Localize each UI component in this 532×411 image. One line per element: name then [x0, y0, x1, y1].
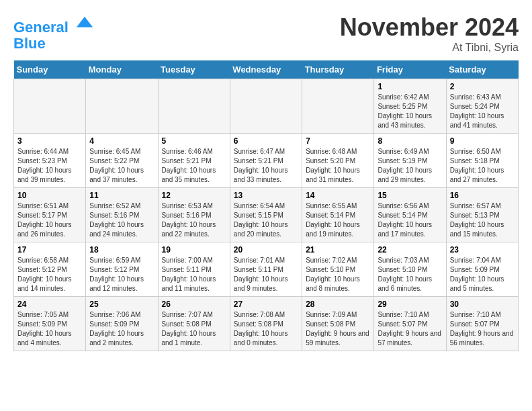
- day-number: 11: [89, 191, 154, 200]
- day-number: 21: [306, 245, 370, 255]
- day-info: Sunrise: 7:02 AMSunset: 5:10 PMDaylight:…: [306, 256, 370, 293]
- day-info: Sunrise: 6:43 AMSunset: 5:24 PMDaylight:…: [450, 93, 515, 130]
- day-number: 27: [234, 300, 298, 309]
- day-number: 20: [234, 245, 298, 255]
- day-number: 5: [162, 136, 226, 146]
- day-info: Sunrise: 6:54 AMSunset: 5:15 PMDaylight:…: [234, 201, 298, 239]
- day-info: Sunrise: 7:06 AMSunset: 5:09 PMDaylight:…: [89, 310, 154, 348]
- day-number: 2: [450, 82, 515, 91]
- day-info: Sunrise: 6:56 AMSunset: 5:14 PMDaylight:…: [378, 201, 442, 239]
- day-cell: 21Sunrise: 7:02 AMSunset: 5:10 PMDayligh…: [302, 242, 374, 297]
- day-cell: 23Sunrise: 7:04 AMSunset: 5:09 PMDayligh…: [446, 242, 518, 297]
- logo: General Blue: [13, 13, 94, 52]
- day-number: 23: [450, 245, 515, 255]
- day-number: 12: [162, 191, 226, 200]
- col-header-friday: Friday: [374, 60, 446, 79]
- day-cell: 28Sunrise: 7:09 AMSunset: 5:08 PMDayligh…: [302, 297, 374, 351]
- day-cell: 9Sunrise: 6:50 AMSunset: 5:18 PMDaylight…: [446, 134, 518, 188]
- day-cell: [14, 79, 86, 134]
- day-cell: 25Sunrise: 7:06 AMSunset: 5:09 PMDayligh…: [86, 297, 158, 351]
- week-row-2: 3Sunrise: 6:44 AMSunset: 5:23 PMDaylight…: [14, 134, 519, 188]
- logo-general: General: [13, 19, 69, 36]
- day-cell: 27Sunrise: 7:08 AMSunset: 5:08 PMDayligh…: [230, 297, 302, 351]
- week-row-5: 24Sunrise: 7:05 AMSunset: 5:09 PMDayligh…: [14, 297, 519, 351]
- day-cell: 22Sunrise: 7:03 AMSunset: 5:10 PMDayligh…: [374, 242, 446, 297]
- day-info: Sunrise: 7:03 AMSunset: 5:10 PMDaylight:…: [378, 256, 442, 293]
- day-cell: 20Sunrise: 7:01 AMSunset: 5:11 PMDayligh…: [230, 242, 302, 297]
- day-number: 4: [89, 136, 154, 146]
- day-info: Sunrise: 7:04 AMSunset: 5:09 PMDaylight:…: [450, 256, 515, 293]
- day-cell: 4Sunrise: 6:45 AMSunset: 5:22 PMDaylight…: [86, 134, 158, 188]
- day-number: 19: [162, 245, 226, 255]
- day-info: Sunrise: 7:10 AMSunset: 5:07 PMDaylight:…: [378, 310, 442, 348]
- day-info: Sunrise: 6:50 AMSunset: 5:18 PMDaylight:…: [450, 147, 515, 185]
- col-header-thursday: Thursday: [302, 60, 374, 79]
- day-number: 30: [450, 300, 515, 309]
- day-info: Sunrise: 6:51 AMSunset: 5:17 PMDaylight:…: [17, 201, 82, 239]
- day-info: Sunrise: 6:48 AMSunset: 5:20 PMDaylight:…: [306, 147, 370, 185]
- day-info: Sunrise: 7:01 AMSunset: 5:11 PMDaylight:…: [234, 256, 298, 293]
- day-number: 6: [234, 136, 298, 146]
- day-info: Sunrise: 7:07 AMSunset: 5:08 PMDaylight:…: [162, 310, 226, 348]
- day-cell: [158, 79, 230, 134]
- title-block: November 2024 At Tibni, Syria: [340, 13, 519, 54]
- day-number: 28: [306, 300, 370, 309]
- day-number: 9: [450, 136, 515, 146]
- col-header-tuesday: Tuesday: [158, 60, 230, 79]
- day-cell: [230, 79, 302, 134]
- day-info: Sunrise: 6:58 AMSunset: 5:12 PMDaylight:…: [17, 256, 82, 293]
- day-cell: 12Sunrise: 6:53 AMSunset: 5:16 PMDayligh…: [158, 188, 230, 242]
- day-info: Sunrise: 6:47 AMSunset: 5:21 PMDaylight:…: [234, 147, 298, 185]
- day-number: 24: [17, 300, 82, 309]
- week-row-3: 10Sunrise: 6:51 AMSunset: 5:17 PMDayligh…: [14, 188, 519, 242]
- day-info: Sunrise: 6:49 AMSunset: 5:19 PMDaylight:…: [378, 147, 442, 185]
- logo-icon: [75, 13, 94, 32]
- day-info: Sunrise: 6:42 AMSunset: 5:25 PMDaylight:…: [378, 93, 442, 130]
- day-info: Sunrise: 6:52 AMSunset: 5:16 PMDaylight:…: [89, 201, 154, 239]
- calendar-table: SundayMondayTuesdayWednesdayThursdayFrid…: [13, 60, 519, 351]
- day-cell: [86, 79, 158, 134]
- day-info: Sunrise: 7:08 AMSunset: 5:08 PMDaylight:…: [234, 310, 298, 348]
- svg-marker-0: [77, 17, 93, 28]
- day-cell: 3Sunrise: 6:44 AMSunset: 5:23 PMDaylight…: [14, 134, 86, 188]
- day-cell: [302, 79, 374, 134]
- day-number: 16: [450, 191, 515, 200]
- day-number: 13: [234, 191, 298, 200]
- day-number: 1: [378, 82, 442, 91]
- col-header-wednesday: Wednesday: [230, 60, 302, 79]
- day-number: 10: [17, 191, 82, 200]
- day-number: 8: [378, 136, 442, 146]
- day-cell: 29Sunrise: 7:10 AMSunset: 5:07 PMDayligh…: [374, 297, 446, 351]
- day-info: Sunrise: 7:10 AMSunset: 5:07 PMDaylight:…: [450, 310, 515, 348]
- day-cell: 5Sunrise: 6:46 AMSunset: 5:21 PMDaylight…: [158, 134, 230, 188]
- day-number: 14: [306, 191, 370, 200]
- day-cell: 15Sunrise: 6:56 AMSunset: 5:14 PMDayligh…: [374, 188, 446, 242]
- day-cell: 8Sunrise: 6:49 AMSunset: 5:19 PMDaylight…: [374, 134, 446, 188]
- day-cell: 2Sunrise: 6:43 AMSunset: 5:24 PMDaylight…: [446, 79, 518, 134]
- location: At Tibni, Syria: [340, 42, 519, 54]
- week-row-4: 17Sunrise: 6:58 AMSunset: 5:12 PMDayligh…: [14, 242, 519, 297]
- day-info: Sunrise: 6:53 AMSunset: 5:16 PMDaylight:…: [162, 201, 226, 239]
- logo-blue: Blue: [13, 35, 46, 52]
- day-number: 22: [378, 245, 442, 255]
- col-header-sunday: Sunday: [14, 60, 86, 79]
- day-cell: 6Sunrise: 6:47 AMSunset: 5:21 PMDaylight…: [230, 134, 302, 188]
- col-header-saturday: Saturday: [446, 60, 518, 79]
- day-cell: 10Sunrise: 6:51 AMSunset: 5:17 PMDayligh…: [14, 188, 86, 242]
- day-cell: 14Sunrise: 6:55 AMSunset: 5:14 PMDayligh…: [302, 188, 374, 242]
- day-info: Sunrise: 6:57 AMSunset: 5:13 PMDaylight:…: [450, 201, 515, 239]
- day-info: Sunrise: 6:45 AMSunset: 5:22 PMDaylight:…: [89, 147, 154, 185]
- day-cell: 17Sunrise: 6:58 AMSunset: 5:12 PMDayligh…: [14, 242, 86, 297]
- day-number: 17: [17, 245, 82, 255]
- day-cell: 30Sunrise: 7:10 AMSunset: 5:07 PMDayligh…: [446, 297, 518, 351]
- page-header: General Blue November 2024 At Tibni, Syr…: [13, 13, 519, 54]
- day-cell: 18Sunrise: 6:59 AMSunset: 5:12 PMDayligh…: [86, 242, 158, 297]
- day-info: Sunrise: 6:44 AMSunset: 5:23 PMDaylight:…: [17, 147, 82, 185]
- day-cell: 1Sunrise: 6:42 AMSunset: 5:25 PMDaylight…: [374, 79, 446, 134]
- day-cell: 19Sunrise: 7:00 AMSunset: 5:11 PMDayligh…: [158, 242, 230, 297]
- day-number: 29: [378, 300, 442, 309]
- day-info: Sunrise: 7:00 AMSunset: 5:11 PMDaylight:…: [162, 256, 226, 293]
- day-info: Sunrise: 6:55 AMSunset: 5:14 PMDaylight:…: [306, 201, 370, 239]
- day-cell: 13Sunrise: 6:54 AMSunset: 5:15 PMDayligh…: [230, 188, 302, 242]
- day-info: Sunrise: 6:46 AMSunset: 5:21 PMDaylight:…: [162, 147, 226, 185]
